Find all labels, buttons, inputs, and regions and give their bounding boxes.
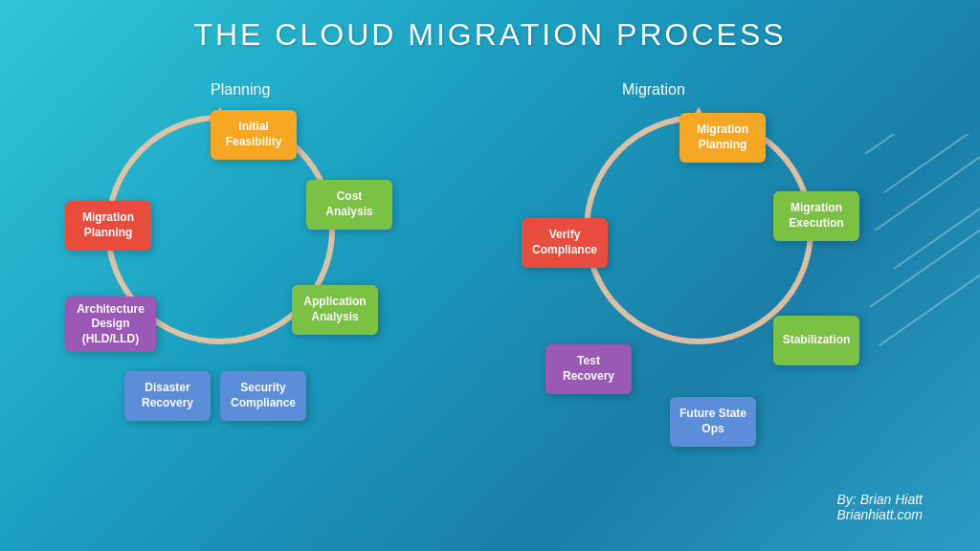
cost-analysis-box: Cost Analysis bbox=[306, 180, 392, 230]
attribution-line1: By: Brian Hiatt bbox=[837, 492, 923, 507]
disaster-recovery-box: Disaster Recovery bbox=[124, 371, 211, 421]
planning-section-label: Planning bbox=[211, 81, 270, 99]
security-compliance-box: Security Compliance bbox=[220, 371, 306, 421]
migration-planning-left-box: Migration Planning bbox=[65, 201, 151, 251]
architecture-design-box: Architecture Design (HLD/LLD) bbox=[65, 297, 156, 352]
verify-compliance-box: Verify Compliance bbox=[522, 218, 608, 268]
diag-line-3 bbox=[874, 134, 980, 231]
application-analysis-box: Application Analysis bbox=[292, 285, 378, 335]
migration-section-label: Migration bbox=[622, 81, 685, 99]
migration-execution-box: Migration Execution bbox=[773, 191, 859, 241]
diag-line-5 bbox=[869, 196, 980, 307]
future-state-ops-box: Future State Ops bbox=[670, 397, 756, 447]
attribution: By: Brian Hiatt Brianhiatt.com bbox=[837, 492, 923, 522]
attribution-line2: Brianhiatt.com bbox=[837, 507, 923, 522]
decorative-lines bbox=[865, 134, 980, 421]
page-title: THE CLOUD MIGRATION PROCESS bbox=[0, 0, 980, 53]
initial-feasibility-box: Initial Feasibility bbox=[211, 110, 297, 160]
migration-planning-right-box: Migration Planning bbox=[679, 113, 766, 163]
test-recovery-box: Test Recovery bbox=[546, 344, 632, 394]
diag-line-2 bbox=[883, 134, 980, 193]
stabilization-box: Stabilization bbox=[773, 316, 859, 365]
